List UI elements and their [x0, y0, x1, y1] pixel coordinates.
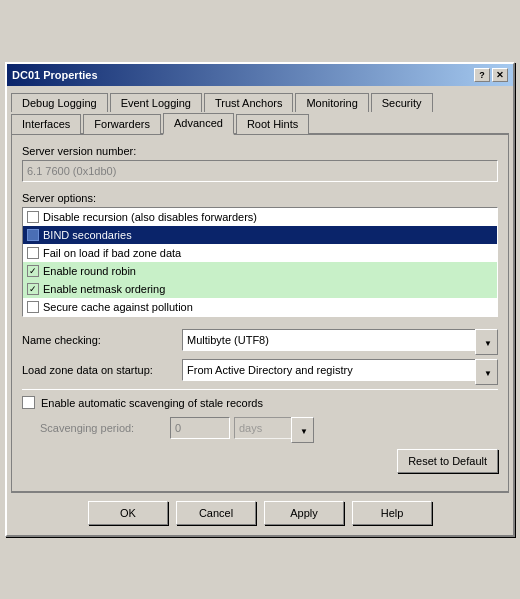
help-dialog-button[interactable]: Help	[352, 501, 432, 525]
option-label-round-robin: Enable round robin	[43, 265, 136, 277]
option-netmask-ordering[interactable]: Enable netmask ordering	[23, 280, 497, 298]
tabs-row-1: Debug Logging Event Logging Trust Anchor…	[11, 90, 509, 111]
tab-root-hints[interactable]: Root Hints	[236, 114, 309, 134]
checkbox-bind-secondaries[interactable]	[27, 229, 39, 241]
auto-scavenging-row[interactable]: Enable automatic scavenging of stale rec…	[22, 396, 498, 409]
tab-security[interactable]: Security	[371, 93, 433, 112]
scavenging-period-label: Scavenging period:	[40, 422, 170, 434]
server-version-group: Server version number:	[22, 145, 498, 182]
name-checking-row: Name checking: Multibyte (UTF8)Strict RF…	[22, 329, 498, 351]
server-options-list: Disable recursion (also disables forward…	[22, 207, 498, 317]
main-window: DC01 Properties ? ✕ Debug Logging Event …	[5, 62, 515, 537]
window-title: DC01 Properties	[12, 69, 98, 81]
window-content: Debug Logging Event Logging Trust Anchor…	[7, 86, 513, 535]
divider-1	[22, 389, 498, 390]
option-secure-cache[interactable]: Secure cache against pollution	[23, 298, 497, 316]
name-checking-select-wrapper: Multibyte (UTF8)Strict RFC (ANSI)Non RFC…	[182, 329, 498, 351]
scavenging-period-row: Scavenging period: days	[22, 417, 498, 439]
server-version-input	[22, 160, 498, 182]
option-label-bind-secondaries: BIND secondaries	[43, 229, 132, 241]
option-fail-on-load[interactable]: Fail on load if bad zone data	[23, 244, 497, 262]
close-button[interactable]: ✕	[492, 68, 508, 82]
tabs-row-2: Interfaces Forwarders Advanced Root Hint…	[11, 111, 509, 135]
help-button[interactable]: ?	[474, 68, 490, 82]
reset-row: Reset to Default	[22, 449, 498, 473]
auto-scavenging-checkbox[interactable]	[22, 396, 35, 409]
ok-button[interactable]: OK	[88, 501, 168, 525]
load-zone-control: From Active Directory and registryFrom r…	[182, 359, 498, 381]
tab-interfaces[interactable]: Interfaces	[11, 114, 81, 134]
tab-monitoring[interactable]: Monitoring	[295, 93, 368, 112]
name-checking-select[interactable]: Multibyte (UTF8)Strict RFC (ANSI)Non RFC…	[182, 329, 498, 351]
load-zone-row: Load zone data on startup: From Active D…	[22, 359, 498, 381]
server-options-group: Server options: Disable recursion (also …	[22, 192, 498, 317]
checkbox-fail-on-load[interactable]	[27, 247, 39, 259]
tab-event-logging[interactable]: Event Logging	[110, 93, 202, 112]
cancel-button[interactable]: Cancel	[176, 501, 256, 525]
scavenging-unit-wrapper: days	[234, 417, 314, 439]
tab-advanced[interactable]: Advanced	[163, 113, 234, 135]
apply-button[interactable]: Apply	[264, 501, 344, 525]
checkbox-secure-cache[interactable]	[27, 301, 39, 313]
name-checking-control: Multibyte (UTF8)Strict RFC (ANSI)Non RFC…	[182, 329, 498, 351]
checkbox-disable-recursion[interactable]	[27, 211, 39, 223]
checkbox-round-robin[interactable]	[27, 265, 39, 277]
tab-forwarders[interactable]: Forwarders	[83, 114, 161, 134]
bottom-buttons: OK Cancel Apply Help	[11, 492, 509, 531]
scavenging-unit-select: days	[234, 417, 314, 439]
server-options-label: Server options:	[22, 192, 498, 204]
title-bar-buttons: ? ✕	[474, 68, 508, 82]
server-version-label: Server version number:	[22, 145, 498, 157]
checkbox-netmask-ordering[interactable]	[27, 283, 39, 295]
name-checking-label: Name checking:	[22, 334, 182, 346]
panel-advanced: Server version number: Server options: D…	[11, 135, 509, 492]
tab-trust-anchors[interactable]: Trust Anchors	[204, 93, 293, 112]
load-zone-select[interactable]: From Active Directory and registryFrom r…	[182, 359, 498, 381]
reset-button[interactable]: Reset to Default	[397, 449, 498, 473]
load-zone-select-wrapper: From Active Directory and registryFrom r…	[182, 359, 498, 381]
tab-debug-logging[interactable]: Debug Logging	[11, 93, 108, 112]
option-label-secure-cache: Secure cache against pollution	[43, 301, 193, 313]
load-zone-label: Load zone data on startup:	[22, 364, 182, 376]
option-label-fail-on-load: Fail on load if bad zone data	[43, 247, 181, 259]
scavenging-period-input	[170, 417, 230, 439]
option-round-robin[interactable]: Enable round robin	[23, 262, 497, 280]
option-bind-secondaries[interactable]: BIND secondaries	[23, 226, 497, 244]
option-disable-recursion[interactable]: Disable recursion (also disables forward…	[23, 208, 497, 226]
option-label-disable-recursion: Disable recursion (also disables forward…	[43, 211, 257, 223]
auto-scavenging-label: Enable automatic scavenging of stale rec…	[41, 397, 263, 409]
title-bar: DC01 Properties ? ✕	[7, 64, 513, 86]
option-label-netmask-ordering: Enable netmask ordering	[43, 283, 165, 295]
